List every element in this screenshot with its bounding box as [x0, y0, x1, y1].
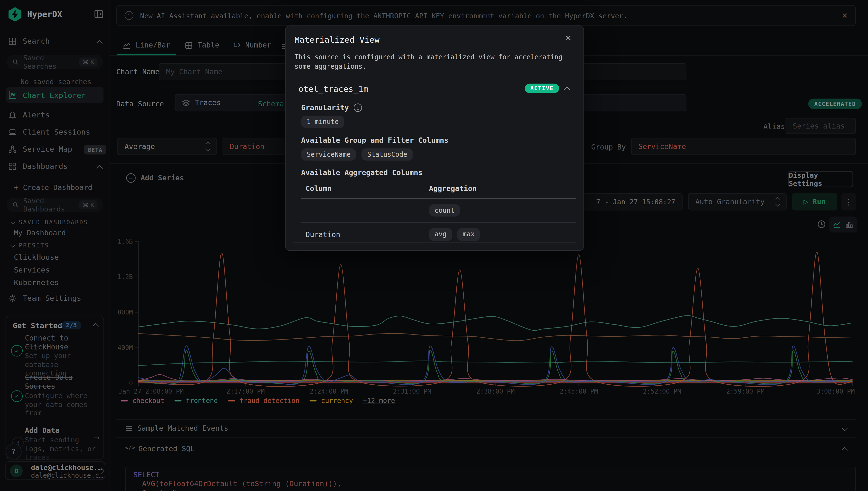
table-row: count	[301, 199, 576, 223]
aggregation-header: Aggregation	[425, 184, 576, 199]
aggregation-chip: avg	[429, 228, 452, 241]
group-filter-label: Available Group and Filter Columns	[301, 136, 448, 144]
active-badge: ACTIVE	[525, 84, 559, 93]
aggregated-columns-table: Column Aggregation countDurationavgmax	[301, 184, 576, 247]
granularity-label: Granularity	[301, 104, 349, 112]
aggregation-cell: avgmax	[425, 223, 576, 246]
mv-source-header[interactable]: otel_traces_1m ACTIVE	[286, 80, 583, 99]
table-header-row: Column Aggregation	[301, 184, 576, 199]
mv-source-name: otel_traces_1m	[299, 84, 368, 94]
modal-bottom-divider	[293, 242, 576, 242]
column-header: Column	[301, 184, 425, 199]
materialized-view-modal: Materialized View × This source is confi…	[285, 26, 584, 251]
mv-collapse-chevron[interactable]	[564, 87, 570, 93]
group-filter-chips: ServiceNameStatusCode	[301, 148, 413, 161]
granularity-chip: 1 minute	[301, 116, 344, 128]
aggregation-chip: max	[457, 228, 480, 241]
modal-close-icon[interactable]: ×	[565, 33, 571, 42]
aggregation-chip: count	[429, 204, 460, 216]
group-filter-chip: ServiceName	[301, 148, 356, 161]
modal-title: Materialized View	[294, 35, 379, 45]
group-filter-chip: StatusCode	[362, 148, 413, 161]
column-cell	[301, 199, 425, 223]
modal-description: This source is configured with a materia…	[294, 53, 575, 71]
info-icon: i	[354, 104, 362, 112]
aggregation-cell: count	[425, 199, 576, 223]
app-root: HyperDX Search Saved Searches ⌘ K No sav…	[0, 0, 868, 491]
column-cell: Duration	[301, 223, 425, 246]
aggregated-label: Available Aggregated Columns	[301, 168, 422, 176]
table-row: Durationavgmax	[301, 223, 576, 246]
